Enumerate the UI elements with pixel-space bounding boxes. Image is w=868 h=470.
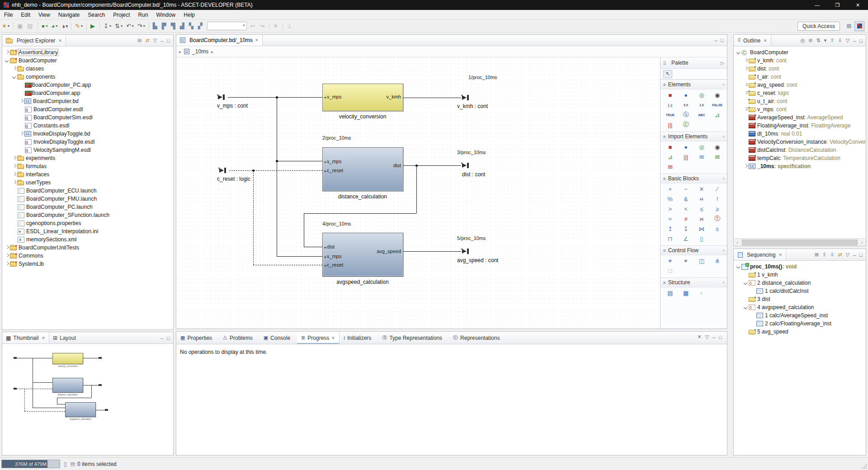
twisty-icon[interactable]: [743, 296, 749, 302]
menu-item[interactable]: Navigate: [54, 10, 84, 19]
empty-block-icon[interactable]: □: [662, 267, 678, 275]
tree-item[interactable]: formulas: [2, 162, 173, 170]
move-down-icon[interactable]: ⇩: [829, 251, 835, 258]
import-variable-icon[interactable]: ■: [662, 143, 678, 151]
palette-section-basic-blocks[interactable]: ≡ Basic Blocks ‹›: [660, 174, 727, 183]
tree-item[interactable]: BoardComputer_SFunction.launch: [2, 211, 173, 219]
twisty-icon[interactable]: [11, 66, 17, 71]
block-velocity-conversion[interactable]: v_mpsv_kmh: [322, 84, 403, 111]
toolbar-separator[interactable]: [38, 22, 38, 30]
twisty-icon[interactable]: [19, 115, 24, 120]
palette-section-control-flow[interactable]: ≡ Control Flow ‹›: [660, 245, 727, 255]
tree-item[interactable]: 2 calc/FloatingAverage_inst: [734, 320, 866, 328]
save-all-button[interactable]: ▤: [26, 22, 35, 30]
layout-align-top-button[interactable]: ▛: [160, 22, 169, 30]
tree-item[interactable]: VelocitySamplingM.esdl: [2, 146, 173, 154]
block-port[interactable]: avg_speed: [377, 249, 401, 254]
tree-item[interactable]: dist : cont: [734, 65, 866, 73]
minimum-icon[interactable]: ↧: [678, 225, 694, 233]
import-parameter-icon[interactable]: ◉: [709, 143, 725, 151]
block-port[interactable]: v_kmh: [387, 94, 401, 99]
scrollbar-thumb[interactable]: [742, 240, 858, 245]
resume-button[interactable]: ▶: [89, 22, 97, 30]
terminator-icon[interactable]: Ⓣ: [709, 215, 725, 223]
new-wizard-button[interactable]: ✶▾: [0, 22, 11, 30]
menu-item[interactable]: Help: [179, 10, 199, 19]
maximize-icon[interactable]: □: [165, 335, 171, 341]
twisty-icon[interactable]: [11, 221, 17, 226]
zero-literal-icon[interactable]: 0.0: [678, 101, 694, 109]
toolbar-separator[interactable]: [71, 22, 71, 30]
comb-icon[interactable]: |||: [662, 121, 678, 129]
view-menu-icon[interactable]: ▽: [704, 334, 710, 340]
state-machine-icon[interactable]: Ⓢ: [678, 111, 694, 119]
build-button[interactable]: ●▾: [40, 22, 49, 30]
divide-icon[interactable]: ∕: [709, 185, 725, 193]
control-branch-icon[interactable]: ⋔: [709, 257, 725, 265]
variable-port-icon[interactable]: ■: [662, 91, 678, 99]
minimize-icon[interactable]: –: [159, 38, 165, 44]
toolbar-separator[interactable]: [283, 22, 283, 30]
section-collapse-icon[interactable]: ‹›: [722, 176, 724, 181]
twisty-icon[interactable]: [11, 204, 17, 210]
block-port[interactable]: v_mps: [325, 159, 341, 164]
twisty-icon[interactable]: [743, 115, 749, 120]
tree-item[interactable]: SystemLib: [2, 260, 173, 268]
minimize-window-button[interactable]: —: [807, 0, 827, 10]
block-port[interactable]: c_reset: [325, 262, 343, 268]
tree-item[interactable]: c_reset : logic: [734, 89, 866, 97]
twisty-icon[interactable]: [4, 245, 10, 250]
tree-item[interactable]: BoardComputer_PC.app: [2, 81, 173, 89]
link-with-editor-icon[interactable]: ⇄: [144, 37, 151, 44]
tree-item[interactable]: BoardComputerUnitTests: [2, 244, 173, 252]
section-collapse-icon[interactable]: ‹›: [722, 280, 724, 285]
tab-project-explorer[interactable]: Project Explorer ✕: [2, 35, 66, 46]
bottom-view-tab[interactable]: ▦ Properties: [176, 332, 219, 344]
new-sequencing-icon[interactable]: ⊞: [813, 251, 820, 258]
tree-item[interactable]: avg_speed : cont: [734, 81, 866, 89]
bottom-view-tab[interactable]: I Initializers: [340, 332, 378, 344]
output-port-icon[interactable]: ▸: [461, 95, 472, 100]
sort-icon[interactable]: ⇅: [815, 37, 822, 44]
twisty-icon[interactable]: [11, 212, 17, 218]
import-signal-icon[interactable]: ●: [678, 143, 694, 151]
minimize-icon[interactable]: –: [711, 334, 717, 340]
view-menu-icon[interactable]: ▽: [844, 37, 851, 44]
twisty-icon[interactable]: [4, 253, 10, 258]
tree-item[interactable]: 1 calc/distCalcInst: [734, 287, 866, 295]
breadcrumb-expand-icon[interactable]: ▸: [179, 49, 181, 54]
tree-item[interactable]: 3 dist: [734, 295, 866, 303]
maximize-icon[interactable]: □: [719, 37, 725, 43]
add-icon[interactable]: +: [662, 185, 678, 193]
twisty-icon[interactable]: [19, 82, 24, 88]
tree-item[interactable]: dt_10ms : real 0.01: [734, 130, 866, 138]
section-collapse-icon[interactable]: ‹›: [722, 134, 724, 139]
twisty-icon[interactable]: [743, 139, 749, 145]
twisty-icon[interactable]: [4, 261, 10, 267]
tree-item[interactable]: BoardComputer: [734, 48, 866, 56]
tree-item[interactable]: BoardComputer_FMU.launch: [2, 195, 173, 203]
breadcrumb-item[interactable]: _10ms: [192, 48, 208, 55]
tab-thumbnail[interactable]: ▦ Thumbnail ✕: [2, 332, 49, 343]
tree-item[interactable]: VelocityConversion_instance : VelocityCo…: [734, 138, 866, 146]
tree-item[interactable]: v_kmh : cont: [734, 56, 866, 65]
palette-collapse-icon[interactable]: ▷: [721, 61, 724, 66]
tab-sequencing[interactable]: Sequencing ✕: [734, 249, 786, 260]
ramp-icon[interactable]: ∠: [678, 235, 694, 243]
twisty-icon[interactable]: [743, 280, 749, 286]
block-port[interactable]: dist: [393, 163, 401, 168]
twisty-icon[interactable]: [19, 123, 24, 128]
element-combo[interactable]: [207, 22, 247, 30]
import-curve-icon[interactable]: ⊿: [662, 153, 678, 161]
maximize-icon[interactable]: □: [858, 38, 864, 44]
import-comb-icon[interactable]: |||: [678, 153, 694, 161]
sort-menu-icon[interactable]: ▾: [823, 37, 828, 44]
twisty-icon[interactable]: [743, 272, 749, 277]
twisty-icon[interactable]: [743, 305, 749, 310]
array-literal-icon[interactable]: [..]: [662, 101, 678, 109]
not-equal-icon[interactable]: ≠: [678, 215, 694, 223]
menu-item[interactable]: Run: [134, 10, 152, 19]
tab-layout[interactable]: ⊞ Layout: [49, 332, 80, 343]
twisty-icon[interactable]: [743, 74, 749, 80]
twisty-icon[interactable]: [11, 180, 17, 185]
